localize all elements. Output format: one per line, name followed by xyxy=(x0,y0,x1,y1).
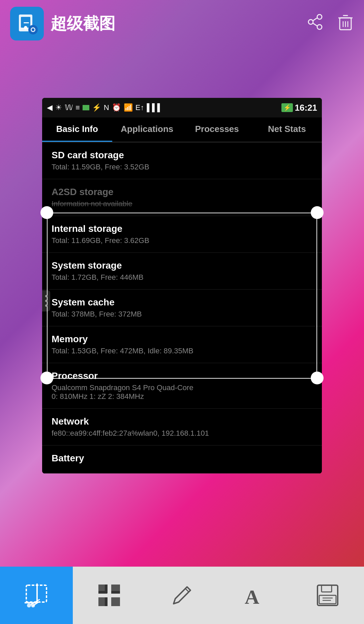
item-title-memory: Memory xyxy=(52,334,312,345)
wifi-signal-icon: 𝕎 xyxy=(65,103,73,112)
data-icon: E↑ xyxy=(135,103,144,112)
status-time: 16:21 xyxy=(295,103,317,113)
app-bar: 超级截图 xyxy=(0,0,364,47)
item-subtitle-system-storage: Total: 1.72GB, Free: 446MB xyxy=(52,273,312,282)
list-item: A2SD storage Information not available xyxy=(42,179,322,216)
svg-rect-3 xyxy=(24,22,29,23)
status-bar: ◀ ☀ 𝕎 ≡ ⚡ N ⏰ 📶 E↑ ▌▌▌ ⚡ 16:21 xyxy=(42,98,322,117)
svg-point-21 xyxy=(27,603,31,607)
list-item: Battery xyxy=(42,445,322,473)
mosaic-tool-button[interactable] xyxy=(73,567,146,624)
side-handle[interactable] xyxy=(42,290,50,311)
brightness-icon: ☀ xyxy=(55,103,62,112)
list-item: Processor Qualcomm Snapdragon S4 Pro Qua… xyxy=(42,363,322,409)
list-icon: ≡ xyxy=(75,103,80,112)
status-bar-right: ⚡ 16:21 xyxy=(281,103,317,113)
item-subtitle-network: fe80::ea99:c4ff:feb2:27a%wlan0, 192.168.… xyxy=(52,429,312,438)
content-list: SD card storage Total: 11.59GB, Free: 3.… xyxy=(42,142,322,473)
list-item: SD card storage Total: 11.59GB, Free: 3.… xyxy=(42,142,322,179)
bottom-toolbar: A xyxy=(0,567,364,624)
status-bar-left: ◀ ☀ 𝕎 ≡ ⚡ N ⏰ 📶 E↑ ▌▌▌ xyxy=(47,103,162,112)
app-icon xyxy=(10,7,44,40)
list-item: System cache Total: 378MB, Free: 372MB xyxy=(42,290,322,326)
svg-line-10 xyxy=(313,18,317,21)
screenshot-frame: ◀ ☀ 𝕎 ≡ ⚡ N ⏰ 📶 E↑ ▌▌▌ ⚡ 16:21 Basic Inf… xyxy=(42,98,322,473)
item-subtitle-a2sd: Information not available xyxy=(52,199,312,208)
back-icon: ◀ xyxy=(47,103,53,112)
nfc-icon: N xyxy=(104,103,109,112)
item-subtitle-system-cache: Total: 378MB, Free: 372MB xyxy=(52,310,312,319)
item-subtitle-memory: Total: 1.53GB, Free: 472MB, Idle: 89.35M… xyxy=(52,347,312,355)
crop-tool-button[interactable] xyxy=(0,567,73,624)
svg-line-33 xyxy=(185,589,189,592)
tab-basic-info[interactable]: Basic Info xyxy=(42,117,112,142)
svg-point-2 xyxy=(24,26,27,29)
side-handle-dot xyxy=(45,300,48,302)
list-item: System storage Total: 1.72GB, Free: 446M… xyxy=(42,253,322,290)
save-tool-button[interactable] xyxy=(291,567,364,624)
list-item: Internal storage Total: 11.69GB, Free: 3… xyxy=(42,216,322,253)
item-subtitle-processor: Qualcomm Snapdragon S4 Pro Quad-Core 0: … xyxy=(52,383,312,401)
green-rect-icon xyxy=(83,105,89,110)
clock-icon: ⏰ xyxy=(112,103,121,112)
tab-bar: Basic Info Applications Processes Net St… xyxy=(42,117,322,142)
svg-rect-31 xyxy=(105,585,108,593)
wifi-icon: 📶 xyxy=(124,103,133,112)
item-title-network: Network xyxy=(52,416,312,427)
item-title-battery: Battery xyxy=(52,453,312,464)
svg-point-7 xyxy=(317,15,322,19)
svg-point-9 xyxy=(317,25,322,29)
list-item: Network fe80::ea99:c4ff:feb2:27a%wlan0, … xyxy=(42,409,322,445)
item-title-internal: Internal storage xyxy=(52,223,312,234)
delete-icon[interactable] xyxy=(337,13,354,35)
item-title-processor: Processor xyxy=(52,371,312,381)
list-item: Memory Total: 1.53GB, Free: 472MB, Idle:… xyxy=(42,326,322,363)
item-title-system-cache: System cache xyxy=(52,297,312,308)
tab-applications[interactable]: Applications xyxy=(112,117,182,142)
svg-point-8 xyxy=(308,20,313,24)
tab-processes[interactable]: Processes xyxy=(182,117,252,142)
svg-text:A: A xyxy=(245,586,259,608)
item-subtitle-sd-card: Total: 11.59GB, Free: 3.52GB xyxy=(52,163,312,171)
share-icon[interactable] xyxy=(307,13,324,34)
tab-net-stats[interactable]: Net Stats xyxy=(252,117,322,142)
svg-rect-30 xyxy=(111,591,120,594)
item-title-sd-card: SD card storage xyxy=(52,150,312,161)
svg-rect-37 xyxy=(319,595,336,604)
signal-icon: ▌▌▌ xyxy=(147,103,162,112)
usb-icon: ⚡ xyxy=(92,103,101,112)
svg-rect-28 xyxy=(111,597,120,606)
side-handle-dot xyxy=(45,304,48,307)
svg-rect-32 xyxy=(105,597,108,606)
item-title-system-storage: System storage xyxy=(52,260,312,271)
app-title: 超级截图 xyxy=(51,13,307,34)
pencil-tool-button[interactable] xyxy=(146,567,218,624)
app-bar-actions xyxy=(307,13,354,35)
battery-icon: ⚡ xyxy=(281,103,293,112)
side-handle-dot xyxy=(45,295,48,297)
svg-point-6 xyxy=(32,28,34,31)
text-tool-button[interactable]: A xyxy=(218,567,291,624)
item-subtitle-internal: Total: 11.69GB, Free: 3.62GB xyxy=(52,236,312,245)
item-title-a2sd: A2SD storage xyxy=(52,187,312,197)
svg-rect-36 xyxy=(322,585,332,592)
svg-line-11 xyxy=(313,23,317,26)
